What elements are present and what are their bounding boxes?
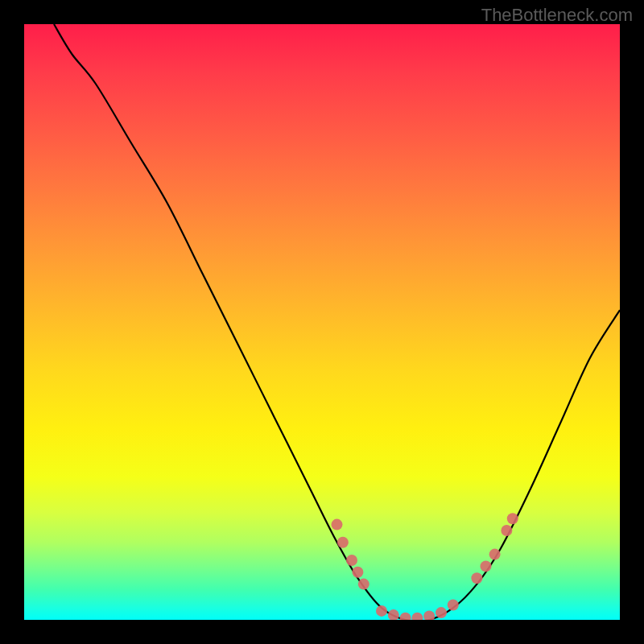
data-marker	[501, 525, 512, 536]
data-marker	[400, 613, 411, 620]
data-marker	[489, 549, 501, 560]
data-marker	[423, 611, 435, 620]
data-marker	[388, 609, 399, 620]
data-marker	[411, 613, 423, 620]
chart-svg	[24, 24, 620, 620]
data-marker	[448, 600, 459, 611]
chart-plot-area	[24, 24, 620, 620]
data-marker	[346, 555, 357, 566]
data-marker	[332, 519, 343, 530]
bottleneck-curve	[54, 24, 620, 620]
data-marker	[376, 605, 387, 617]
data-marker	[471, 572, 482, 584]
data-marker	[358, 579, 369, 590]
data-marker	[507, 513, 518, 524]
data-marker	[337, 537, 349, 548]
watermark-text: TheBottleneck.com	[481, 5, 633, 26]
data-marker	[481, 560, 492, 572]
marker-group	[332, 513, 518, 620]
data-marker	[436, 607, 447, 618]
curve-group	[54, 24, 620, 620]
data-marker	[352, 567, 363, 578]
